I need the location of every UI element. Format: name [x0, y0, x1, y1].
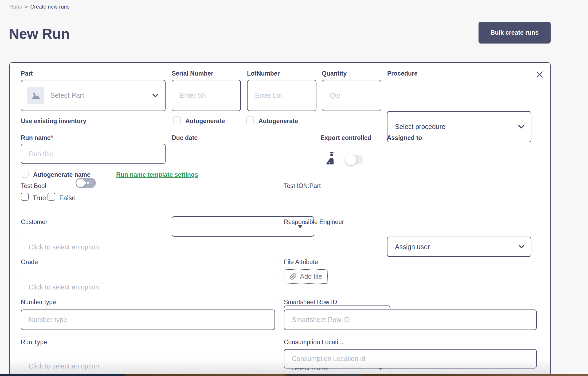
add-file-button-label: Add file [300, 273, 322, 280]
required-asterisk: * [50, 134, 53, 141]
lot-number-field-box [247, 80, 316, 111]
test-bool-true-checkbox[interactable] [21, 193, 29, 201]
bulk-create-runs-button[interactable]: Bulk create runs [479, 22, 551, 44]
grade-label: Grade [21, 258, 38, 266]
number-type-label: Number type [21, 299, 56, 306]
run-name-label: Run name* [21, 134, 53, 142]
image-placeholder-icon [27, 87, 44, 104]
due-date-label: Due date [172, 134, 198, 142]
run-type-field-box [21, 356, 275, 376]
paperclip-icon [290, 273, 297, 280]
part-select[interactable]: Select Part [21, 80, 166, 111]
export-controlled-label: Export controlled [320, 134, 371, 142]
file-attribute-label: File Attribute [284, 258, 318, 266]
lot-number-label: LotNumber [247, 70, 280, 77]
grade-field-box [21, 277, 275, 297]
close-icon[interactable] [535, 70, 544, 79]
serial-autogenerate-checkbox[interactable] [173, 116, 181, 124]
export-controlled-toggle[interactable] [345, 154, 366, 166]
quantity-label: Quantity [322, 70, 347, 77]
run-name-template-settings-link[interactable]: Run name template settings [116, 171, 198, 178]
toggle-state-label: OFF [85, 181, 93, 185]
run-name-input[interactable] [21, 144, 165, 163]
part-select-placeholder: Select Part [50, 91, 84, 100]
grade-select-input[interactable] [21, 277, 275, 297]
customer-select-input[interactable] [21, 237, 275, 257]
lot-number-input[interactable] [248, 80, 316, 111]
serial-number-field-box [172, 80, 241, 111]
page-title: New Run [9, 25, 70, 42]
number-type-field-box [21, 310, 275, 330]
run-name-label-text: Run name [21, 134, 50, 141]
quantity-input[interactable] [322, 80, 381, 111]
run-type-label: Run Type [21, 339, 47, 346]
breadcrumb-separator: > [25, 4, 28, 10]
breadcrumb-current: Create new runs [30, 4, 69, 10]
quantity-field-box [322, 80, 381, 111]
lot-autogenerate-checkbox[interactable] [246, 116, 254, 124]
run-type-select-input[interactable] [21, 356, 275, 376]
customs-officer-icon [326, 152, 336, 164]
serial-number-label: Serial Number [172, 70, 213, 77]
toggle-knob [76, 179, 85, 187]
add-file-button[interactable]: Add file [284, 269, 328, 284]
test-bool-false-checkbox[interactable] [48, 193, 55, 201]
autogenerate-name-checkbox[interactable] [21, 170, 29, 178]
consumption-location-label: Consumption Locati... [284, 339, 343, 346]
serial-autogenerate-label: Autogenerate [185, 118, 225, 125]
chevron-down-icon [519, 245, 524, 249]
assigned-to-label: Assigned to [387, 134, 422, 142]
chevron-down-icon [152, 93, 159, 98]
test-bool-label: Test Bool [21, 182, 46, 190]
smartsheet-row-id-field-box [284, 310, 537, 330]
lot-autogenerate-label: Autogenerate [258, 118, 298, 125]
test-ion-part-label: Test ION:Part [284, 182, 321, 190]
breadcrumb-runs[interactable]: Runs [9, 4, 22, 10]
responsible-engineer-label: Responsible Engineer [284, 218, 344, 226]
smartsheet-row-id-input[interactable] [284, 310, 536, 330]
test-bool-true-label: True [33, 194, 46, 202]
test-bool-false-label: False [59, 194, 76, 202]
toggle-knob [345, 154, 356, 165]
assigned-to-select-value: Assign user [387, 243, 430, 251]
procedure-select-value: Select procedure [387, 123, 445, 131]
consumption-location-field-box [284, 349, 537, 369]
smartsheet-row-id-label: Smartsheet Row ID [284, 299, 337, 306]
chevron-down-icon [518, 125, 524, 129]
number-type-input[interactable] [21, 310, 275, 330]
run-name-field-box [21, 144, 166, 164]
customer-label: Customer [21, 218, 48, 226]
bottom-edge-strip [0, 374, 588, 376]
use-existing-inventory-label: Use existing inventory [21, 118, 86, 125]
breadcrumb: Runs > Create new runs [9, 4, 69, 10]
customer-field-box [21, 237, 275, 257]
serial-number-input[interactable] [172, 80, 240, 111]
autogenerate-name-label: Autogenerate name [33, 171, 91, 178]
assigned-to-select[interactable]: Assign user [387, 237, 531, 257]
consumption-location-input[interactable] [284, 350, 536, 368]
part-label: Part [21, 70, 33, 77]
use-existing-inventory-toggle[interactable]: OFF [76, 178, 96, 188]
procedure-label: Procedure [387, 70, 418, 77]
